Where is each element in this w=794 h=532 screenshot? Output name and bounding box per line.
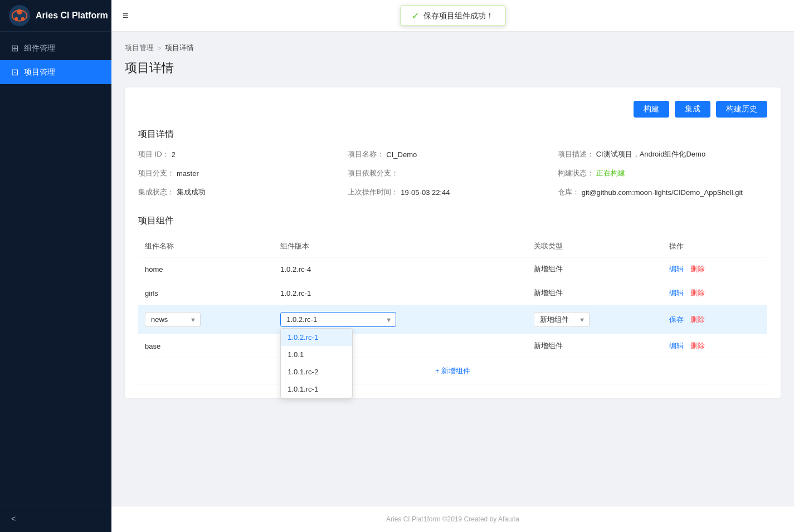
news-name-select-wrapper: news ▼	[145, 312, 201, 327]
edit-home-link[interactable]: 编辑	[669, 265, 684, 273]
info-integrate-status: 集成状态： 集成成功	[138, 187, 348, 197]
info-name-label: 项目名称：	[348, 149, 384, 159]
comp-reltype-news-cell: 新增组件 ▼	[527, 305, 663, 334]
delete-base-link[interactable]: 删除	[690, 341, 705, 350]
col-action: 操作	[663, 236, 767, 257]
components-table-body: home 1.0.2.rc-4 新增组件 编辑 删除 girls 1.0.2.r…	[138, 257, 767, 384]
component-mgmt-icon: ⊞	[11, 43, 18, 53]
project-detail-section: 项目详情 项目 ID： 2 项目名称： CI_Demo 项目描述： CI测试项目…	[138, 129, 767, 197]
sidebar-nav: ⊞ 组件管理 ⊡ 项目管理	[0, 32, 111, 505]
info-branch: 项目分支： master	[138, 168, 348, 178]
svg-point-4	[21, 17, 25, 21]
sidebar-item-project-mgmt-label: 项目管理	[24, 67, 55, 77]
project-mgmt-icon: ⊡	[11, 67, 18, 77]
comp-actions-home: 编辑 删除	[663, 257, 767, 281]
page-footer: Aries CI Plat1form ©2019 Created by Afau…	[111, 506, 794, 532]
integrate-button[interactable]: 集成	[675, 101, 710, 118]
breadcrumb-separator: >	[157, 44, 162, 52]
comp-reltype-girls: 新增组件	[527, 281, 663, 305]
version-dropdown: 1.0.2.rc-1 1.0.1 1.0.1.rc-2 1.0.1.rc-1	[280, 328, 353, 398]
table-row: girls 1.0.2.rc-1 新增组件 编辑 删除	[138, 281, 767, 305]
card-actions: 构建 集成 构建历史	[138, 101, 767, 118]
news-name-select[interactable]: news	[145, 312, 201, 327]
version-option-3[interactable]: 1.0.1.rc-2	[281, 363, 352, 380]
sidebar-logo: Aries CI Platform	[0, 0, 111, 32]
info-dep-branch-label: 项目依赖分支：	[348, 168, 398, 178]
add-component-cell[interactable]: + 新增组件	[138, 358, 767, 384]
components-table-head: 组件名称 组件版本 关联类型 操作	[138, 236, 767, 257]
info-integrate-status-value: 集成成功	[177, 187, 206, 197]
comp-version-girls: 1.0.2.rc-1	[274, 281, 527, 305]
info-dep-branch: 项目依赖分支：	[348, 168, 557, 178]
sidebar-item-project-mgmt[interactable]: ⊡ 项目管理	[0, 60, 111, 84]
toast-notification: ✓ 保存项目组件成功！	[400, 6, 505, 26]
col-rel-type: 关联类型	[527, 236, 663, 257]
app-title: Aries CI Platform	[36, 11, 108, 21]
delete-news-link[interactable]: 删除	[690, 315, 705, 324]
project-card: 构建 集成 构建历史 项目详情 项目 ID： 2 项目名称： CI_Demo	[125, 87, 781, 398]
info-build-status-label: 构建状态：	[558, 168, 594, 178]
comp-name-home: home	[138, 257, 274, 281]
version-option-2[interactable]: 1.0.1	[281, 346, 352, 363]
info-branch-value: master	[177, 169, 199, 178]
add-component-label: + 新增组件	[435, 367, 470, 375]
info-desc-label: 项目描述：	[558, 149, 594, 159]
info-name-value: CI_Demo	[386, 150, 417, 159]
delete-girls-link[interactable]: 删除	[690, 289, 705, 297]
sidebar-item-component-mgmt-label: 组件管理	[24, 43, 55, 53]
version-input-wrapper: ▼ 1.0.2.rc-1 1.0.1 1.0.1.rc-2 1.0.1.rc-1	[280, 312, 396, 327]
info-repo-value: git@github.com:moon-lights/CIDemo_AppShe…	[582, 188, 743, 197]
info-repo-label: 仓库：	[558, 187, 579, 197]
table-row: home 1.0.2.rc-4 新增组件 编辑 删除	[138, 257, 767, 281]
breadcrumb-project-mgmt[interactable]: 项目管理	[125, 43, 154, 53]
info-desc-value: CI测试项目，Android组件化Demo	[596, 149, 706, 159]
app-logo-icon	[9, 5, 30, 26]
comp-actions-news: 保存 删除	[663, 305, 767, 334]
components-section: 项目组件 组件名称 组件版本 关联类型 操作 home	[138, 215, 767, 384]
build-history-button[interactable]: 构建历史	[716, 101, 767, 118]
add-component-row[interactable]: + 新增组件	[138, 358, 767, 384]
footer-text: Aries CI Plat1form ©2019 Created by Afau…	[386, 515, 519, 523]
version-option-4[interactable]: 1.0.1.rc-1	[281, 380, 352, 398]
news-reltype-select-wrapper: 新增组件 ▼	[534, 312, 590, 327]
info-integrate-status-label: 集成状态：	[138, 187, 174, 197]
delete-home-link[interactable]: 删除	[690, 265, 705, 273]
menu-toggle-icon[interactable]: ≡	[123, 10, 129, 22]
sidebar-item-component-mgmt[interactable]: ⊞ 组件管理	[0, 36, 111, 60]
build-button[interactable]: 构建	[634, 101, 669, 118]
comp-reltype-base: 新增组件	[527, 334, 663, 358]
comp-actions-girls: 编辑 删除	[663, 281, 767, 305]
collapse-icon: <	[11, 514, 16, 523]
comp-reltype-home: 新增组件	[527, 257, 663, 281]
toast-check-icon: ✓	[412, 11, 419, 21]
main-content: ≡ ✓ 保存项目组件成功！ 项目管理 > 项目详情 项目详情 构建 集成 构建历…	[111, 0, 794, 532]
edit-girls-link[interactable]: 编辑	[669, 289, 684, 297]
version-option-1[interactable]: 1.0.2.rc-1	[281, 329, 352, 346]
svg-point-2	[17, 9, 22, 15]
sidebar-collapse-button[interactable]: <	[0, 505, 111, 532]
comp-name-news-cell: news ▼	[138, 305, 274, 334]
info-last-op-time: 上次操作时间： 19-05-03 22:44	[348, 187, 557, 197]
components-section-title: 项目组件	[138, 215, 767, 227]
info-branch-label: 项目分支：	[138, 168, 174, 178]
info-build-status-value: 正在构建	[596, 168, 625, 178]
info-desc: 项目描述： CI测试项目，Android组件化Demo	[558, 149, 767, 159]
svg-point-3	[14, 17, 18, 21]
news-reltype-select[interactable]: 新增组件	[534, 312, 590, 327]
info-id: 项目 ID： 2	[138, 149, 348, 159]
version-input[interactable]	[280, 312, 396, 327]
edit-base-link[interactable]: 编辑	[669, 341, 684, 350]
info-build-status: 构建状态： 正在构建	[558, 168, 767, 178]
table-row: base 新增组件 编辑 删除	[138, 334, 767, 358]
save-news-link[interactable]: 保存	[669, 315, 684, 324]
page-content: 项目管理 > 项目详情 项目详情 构建 集成 构建历史 项目详情 项目 ID：	[111, 32, 794, 506]
breadcrumb: 项目管理 > 项目详情	[125, 43, 781, 53]
toast-message: 保存项目组件成功！	[423, 11, 494, 21]
info-id-value: 2	[172, 150, 176, 159]
info-last-op-time-value: 19-05-03 22:44	[401, 188, 450, 197]
project-info-grid: 项目 ID： 2 项目名称： CI_Demo 项目描述： CI测试项目，Andr…	[138, 149, 767, 197]
comp-version-news-cell: ▼ 1.0.2.rc-1 1.0.1 1.0.1.rc-2 1.0.1.rc-1	[274, 305, 527, 334]
table-row-editing: news ▼ ▼ 1.0.2.rc-1	[138, 305, 767, 334]
col-name: 组件名称	[138, 236, 274, 257]
col-version: 组件版本	[274, 236, 527, 257]
